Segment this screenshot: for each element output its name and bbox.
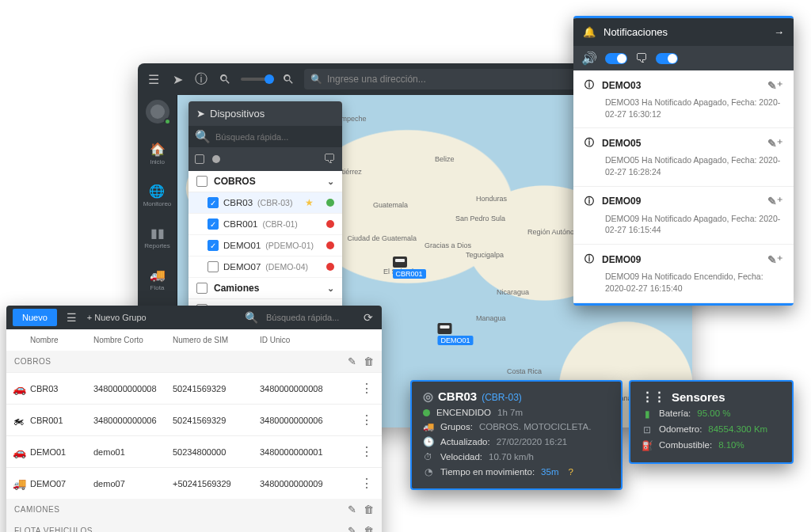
- device-detail-card: ◎ CBR03 (CBR-03) ENCENDIDO1h 7m 🚚Grupos:…: [410, 380, 623, 490]
- table-group-header: CAMIONES✎🗑: [6, 499, 382, 520]
- car-icon: 🚗: [13, 382, 30, 395]
- nav-flota[interactable]: 🚚Flota: [150, 267, 166, 291]
- filter-status-icon[interactable]: [212, 155, 220, 163]
- devices-header: ➤ Dispositivos: [188, 101, 342, 126]
- zoom-out-icon[interactable]: [217, 71, 233, 87]
- info-icon: ⓘ: [584, 136, 594, 150]
- sound-toggle[interactable]: [605, 53, 627, 64]
- more-icon[interactable]: ⋮: [355, 381, 379, 396]
- delete-icon[interactable]: 🗑: [364, 355, 375, 367]
- address-placeholder: Ingrese una dirección...: [327, 74, 426, 85]
- device-group-row[interactable]: Camiones⌄: [188, 278, 342, 299]
- table-row[interactable]: 🚗CBR033480000000008502415693293480000000…: [6, 372, 382, 404]
- device-row[interactable]: DEMO07(DEMO-04): [188, 256, 342, 278]
- table-group-header: FLOTA VEHICULOS✎🗑: [6, 520, 382, 532]
- edit-icon[interactable]: ✎: [348, 355, 357, 367]
- map-city: Managua: [476, 314, 506, 322]
- menu-icon[interactable]: ☰: [146, 71, 162, 87]
- odometer-icon: ⊡: [642, 424, 653, 435]
- new-button[interactable]: Nuevo: [13, 309, 57, 326]
- notification-item[interactable]: ⓘDEMO09✎⁺DEMO09 Ha Notificado Encendido,…: [573, 245, 794, 302]
- notifications-toggles: 🔊 🗨: [573, 46, 794, 70]
- more-icon[interactable]: ⋮: [355, 412, 379, 428]
- fleet-table-panel: Nuevo ☰ + Nuevo Grupo 🔍 ⟳ Nombre Nombre …: [6, 306, 382, 532]
- star-icon: ★: [305, 197, 314, 208]
- device-row[interactable]: ✓DEMO01(PDEMO-01): [188, 235, 342, 256]
- chevron-down-icon: ⌄: [327, 177, 334, 187]
- map-marker[interactable]: CBR001: [392, 256, 425, 279]
- table-search-input[interactable]: [266, 313, 353, 322]
- bell-icon: 🔔: [583, 26, 596, 38]
- nav-inicio[interactable]: 🏠Inicio: [150, 141, 166, 165]
- map-marker[interactable]: DEMO01: [437, 323, 473, 345]
- group-checkbox[interactable]: [196, 176, 208, 187]
- note-add-icon[interactable]: ✎⁺: [767, 195, 782, 207]
- delete-icon[interactable]: 🗑: [364, 525, 375, 532]
- zoom-slider[interactable]: [241, 78, 272, 81]
- status-dot: [326, 199, 334, 207]
- zoom-in-icon[interactable]: [280, 71, 296, 87]
- device-checkbox[interactable]: ✓: [208, 218, 219, 230]
- select-all-checkbox[interactable]: [195, 154, 204, 164]
- gauge-icon: ⏱: [423, 451, 434, 462]
- battery-icon: ▮: [642, 408, 653, 420]
- list-icon[interactable]: ☰: [65, 310, 79, 325]
- device-checkbox[interactable]: [208, 261, 219, 272]
- notifications-title: Notificaciones: [603, 26, 668, 38]
- table-row[interactable]: 🚗DEMO01demo01502348000003480000000001⋮: [6, 435, 382, 467]
- map-city: Honduras: [476, 195, 507, 203]
- map-city: San Pedro Sula: [455, 215, 505, 222]
- devices-search[interactable]: 🔍: [188, 126, 342, 147]
- more-icon[interactable]: ⋮: [355, 476, 379, 491]
- chat-icon[interactable]: 🗨: [323, 152, 336, 166]
- nav-monitoreo[interactable]: 🌐Monitoreo: [143, 183, 172, 207]
- motion-icon: ◔: [423, 466, 434, 477]
- expand-icon[interactable]: →: [774, 26, 784, 38]
- status-dot: [326, 241, 334, 249]
- device-row[interactable]: ✓CBR001(CBR-01): [188, 214, 342, 235]
- new-group-link[interactable]: + Nuevo Grupo: [87, 313, 147, 322]
- edit-icon[interactable]: ✎: [348, 525, 357, 532]
- cursor-icon[interactable]: ➤: [169, 71, 185, 87]
- note-add-icon[interactable]: ✎⁺: [767, 253, 782, 266]
- refresh-icon[interactable]: ⟳: [361, 310, 375, 325]
- notification-item[interactable]: ⓘDEMO05✎⁺DEMO05 Ha Notificado Apagado, F…: [573, 128, 794, 186]
- table-row[interactable]: 🚚DEMO07demo07+502415693293480000000009⋮: [6, 467, 382, 499]
- avatar[interactable]: [146, 100, 169, 124]
- note-add-icon[interactable]: ✎⁺: [767, 137, 782, 150]
- send-icon: ➤: [196, 108, 205, 120]
- col-nombre[interactable]: Nombre: [30, 336, 93, 344]
- status-dot: [326, 220, 334, 228]
- notifications-panel: 🔔 Notificaciones → 🔊 🗨 ⓘDEMO03✎⁺DEMO03 H…: [573, 16, 794, 306]
- devices-title: Dispositivos: [210, 108, 265, 120]
- map-city: Nicaragua: [497, 288, 529, 296]
- notification-item[interactable]: ⓘDEMO03✎⁺DEMO03 Ha Notificado Apagado, F…: [573, 70, 794, 128]
- clock-icon: 🕒: [423, 436, 434, 447]
- truck-icon: 🚚: [13, 477, 30, 490]
- group-checkbox[interactable]: [196, 283, 208, 294]
- table-toolbar: Nuevo ☰ + Nuevo Grupo 🔍 ⟳: [6, 306, 382, 329]
- note-add-icon[interactable]: ✎⁺: [767, 79, 782, 92]
- devices-search-input[interactable]: [215, 132, 336, 142]
- notification-item[interactable]: ⓘDEMO09✎⁺DEMO09 Ha Notificado Apagado, F…: [573, 187, 794, 245]
- sensors-card: ⋮⋮Sensores ▮Batería:95.00 % ⊡Odometro:84…: [629, 380, 794, 464]
- col-uid[interactable]: ID Unico: [260, 336, 355, 344]
- detail-title: ◎ CBR03 (CBR-03): [423, 390, 610, 404]
- edit-icon[interactable]: ✎: [348, 504, 357, 515]
- delete-icon[interactable]: 🗑: [364, 504, 375, 515]
- col-nombre-corto[interactable]: Nombre Corto: [93, 336, 173, 344]
- info-icon[interactable]: ⓘ: [193, 71, 209, 87]
- status-dot: [423, 409, 430, 416]
- status-dot: [326, 263, 334, 271]
- device-checkbox[interactable]: ✓: [208, 240, 219, 251]
- table-row[interactable]: 🏍CBR001348000000000650241569329348000000…: [6, 404, 382, 435]
- more-icon[interactable]: ⋮: [355, 444, 379, 459]
- nav-reportes[interactable]: ▮▮Reportes: [144, 225, 169, 249]
- device-checkbox[interactable]: ✓: [208, 197, 219, 208]
- help-icon[interactable]: ?: [568, 467, 573, 477]
- device-group-row[interactable]: COBROS⌄: [188, 171, 342, 192]
- info-icon: ⓘ: [584, 253, 594, 266]
- device-row[interactable]: ✓CBR03(CBR-03)★: [188, 192, 342, 214]
- popup-toggle[interactable]: [656, 53, 678, 64]
- col-sim[interactable]: Numero de SIM: [173, 336, 260, 344]
